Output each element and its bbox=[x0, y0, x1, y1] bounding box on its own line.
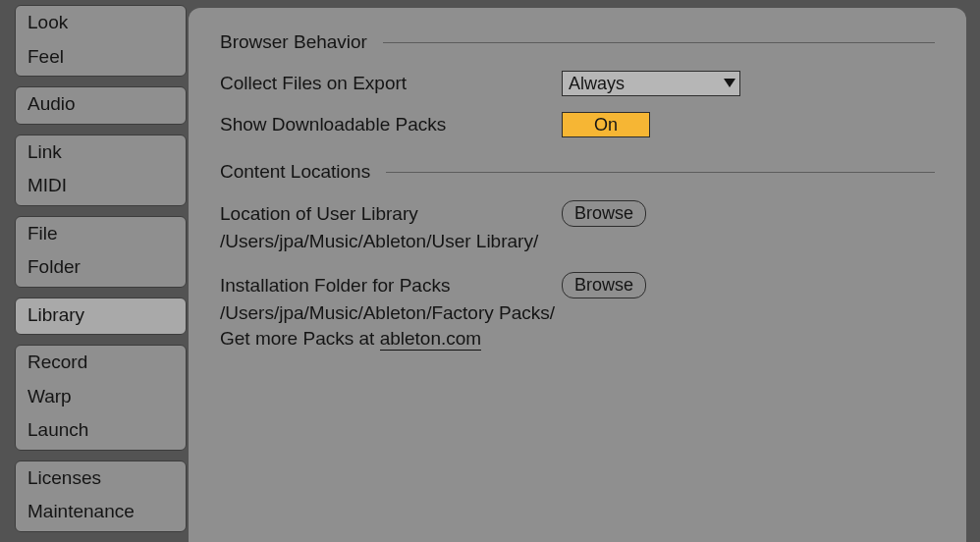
section-rule bbox=[383, 42, 935, 43]
label-user-library: Location of User Library bbox=[220, 203, 562, 225]
tab-group[interactable]: LinkMIDI bbox=[15, 135, 187, 206]
tab-midi[interactable]: MIDI bbox=[16, 169, 186, 205]
tab-audio[interactable]: Audio bbox=[16, 87, 186, 124]
chevron-down-icon bbox=[720, 72, 739, 95]
tab-group[interactable]: FileFolder bbox=[15, 216, 187, 288]
section-header-content-locations: Content Locations bbox=[220, 161, 935, 183]
browse-user-library-button[interactable]: Browse bbox=[562, 200, 646, 227]
preferences-main-panel: Browser Behavior Collect Files on Export… bbox=[189, 8, 966, 542]
tab-link[interactable]: Link bbox=[16, 136, 186, 170]
tab-folder[interactable]: Folder bbox=[16, 250, 186, 287]
path-user-library: /Users/jpa/Music/Ableton/User Library/ bbox=[220, 231, 935, 252]
browse-button-label: Browse bbox=[574, 203, 633, 224]
tab-group[interactable]: Audio bbox=[15, 86, 187, 125]
label-packs-folder: Installation Folder for Packs bbox=[220, 275, 562, 297]
tab-group[interactable]: Library bbox=[15, 298, 187, 336]
label-collect-files: Collect Files on Export bbox=[220, 73, 562, 94]
toggle-value: On bbox=[594, 115, 618, 136]
more-packs-prefix: Get more Packs at bbox=[220, 328, 380, 349]
tab-record[interactable]: Record bbox=[16, 346, 186, 380]
dropdown-collect-files[interactable]: Always bbox=[562, 71, 740, 96]
section-title: Browser Behavior bbox=[220, 31, 383, 53]
row-show-downloadable-packs: Show Downloadable Packs On bbox=[220, 112, 935, 137]
tab-warp[interactable]: Warp bbox=[16, 380, 186, 414]
dropdown-value: Always bbox=[563, 74, 720, 94]
tab-group[interactable]: RecordWarpLaunch bbox=[15, 345, 187, 451]
browse-button-label: Browse bbox=[574, 275, 633, 296]
section-title: Content Locations bbox=[220, 161, 386, 183]
tab-group[interactable]: LookFeel bbox=[15, 5, 187, 77]
tab-feel[interactable]: Feel bbox=[16, 40, 186, 77]
tab-maintenance[interactable]: Maintenance bbox=[16, 495, 186, 531]
tab-look[interactable]: Look bbox=[16, 6, 186, 40]
get-more-packs-line: Get more Packs at ableton.com bbox=[220, 328, 935, 350]
ableton-link[interactable]: ableton.com bbox=[380, 328, 482, 351]
section-rule bbox=[386, 172, 935, 173]
tab-file[interactable]: File bbox=[16, 217, 186, 251]
tab-library[interactable]: Library bbox=[16, 298, 186, 335]
browse-packs-folder-button[interactable]: Browse bbox=[562, 272, 646, 298]
path-packs-folder: /Users/jpa/Music/Ableton/Factory Packs/ bbox=[220, 302, 935, 324]
label-show-downloadable-packs: Show Downloadable Packs bbox=[220, 114, 562, 136]
setting-user-library-location: Location of User Library Browse /Users/j… bbox=[220, 200, 935, 252]
row-collect-files: Collect Files on Export Always bbox=[220, 71, 935, 96]
tab-launch[interactable]: Launch bbox=[16, 413, 186, 450]
setting-packs-installation-folder: Installation Folder for Packs Browse /Us… bbox=[220, 272, 935, 324]
toggle-show-downloadable-packs[interactable]: On bbox=[562, 112, 650, 137]
tab-group[interactable]: LicensesMaintenance bbox=[15, 461, 187, 532]
section-header-browser-behavior: Browser Behavior bbox=[220, 31, 935, 53]
tab-licenses[interactable]: Licenses bbox=[16, 461, 186, 496]
svg-marker-0 bbox=[724, 79, 735, 87]
preferences-tab-sidebar: LookFeelAudioLinkMIDIFileFolderLibraryRe… bbox=[0, 0, 187, 542]
